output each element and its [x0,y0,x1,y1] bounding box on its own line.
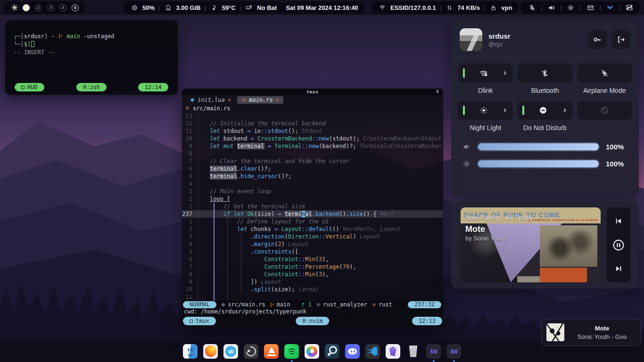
previous-track-button[interactable] [612,215,625,227]
pause-button[interactable] [612,239,625,251]
tmux-clock: 12:13 [412,317,442,325]
user-name: srdusr [488,32,511,40]
next-track-button[interactable] [612,263,625,275]
dock-vscode[interactable] [365,344,380,359]
code-line: 2 let chunks = Layout::default() Vec<Rec… [182,225,443,233]
toggle-label: Bluetooth [517,87,572,95]
toggle-do-not-disturb-button[interactable] [517,101,572,120]
dock-steam[interactable] [325,344,339,359]
prompt-line-2: └─[$] [14,41,169,49]
code-line: 12 // Initialize the terminal backend [182,120,443,127]
dock-trash[interactable] [406,344,421,359]
workspace-indicators[interactable]: 12345 [23,4,79,11]
user-handle: @xyz [488,41,511,48]
lock-keys-button[interactable] [588,30,607,49]
media-player-panel: SHAPE OF PUNK TO COMEA CHIMERICAL BOMBIN… [451,201,639,288]
dock-stream-widget-2[interactable]: $W [446,344,461,359]
dock-vlc[interactable] [264,344,279,359]
notification-title: Mote [568,325,636,332]
code-line: 8 [182,150,443,157]
toggle-cell-night-light: Night Light [458,101,513,138]
mail-tray-icon[interactable] [586,3,594,12]
window-titlebar: tmux x [182,89,443,95]
brightness-slider-row: 100% [451,155,639,172]
tab-main-rs[interactable]: main.rs× [237,96,283,104]
clock-text: Sat 09 Mar 2024 12:16:40 [286,4,358,11]
volume-slider-row: 100% [451,138,639,155]
tab-close-icon[interactable]: × [228,97,231,103]
dock-obs[interactable] [244,344,258,359]
dock-file-manager[interactable] [183,344,198,359]
media-notification[interactable]: Mote Sonic Youth - Goo [541,319,641,346]
toggle-cell-empty [577,101,632,138]
running-indicator [291,360,293,362]
vpn-label: vpn [501,4,512,11]
lua-file-icon [190,98,195,102]
toggle-dlink-button[interactable] [458,64,513,82]
toggle-cell-bluetooth: Bluetooth [517,64,572,101]
chevron-right-icon[interactable] [502,70,508,76]
git-branch-icon [270,302,275,307]
key-icon [593,35,602,44]
dock-obsidian[interactable] [386,344,400,359]
chevron-right-icon[interactable] [562,107,568,113]
launcher-logo-icon[interactable] [10,3,19,12]
git-branch-icon [58,33,66,40]
dock-photos[interactable] [305,344,319,359]
code-line: 13 [182,112,443,120]
tab-init-lua[interactable]: init.lua× [186,96,235,104]
dock-stream-widget-1[interactable]: $W [426,344,441,359]
toggles-panel-icon[interactable] [625,3,634,12]
gear-icon [316,302,321,307]
brightness-slider[interactable] [477,159,600,168]
tmux-window[interactable]: 0:nvim [296,317,329,325]
dock-qbittorrent[interactable]: qb [223,344,238,359]
cursor-position-badge: 237:32 [408,301,441,308]
code-line: 1 // Define layout for the UI [182,218,443,225]
tmux-session-left[interactable]: tmux [183,317,216,325]
statusline-file: src/main.rs [221,301,265,308]
window-close-button[interactable]: x [436,89,439,94]
workspace-3[interactable]: 3 [47,4,54,11]
status-bar: 12345 50% | 3.00 GiB | 59°C | No Bat Sat… [0,0,644,15]
speaker-icon[interactable] [547,3,555,12]
workspace-5[interactable]: 5 [72,4,79,11]
tab-close-icon[interactable]: × [276,97,279,103]
workspace-1[interactable]: 1 [23,4,30,11]
memory-icon [164,3,172,12]
microphone-muted-icon[interactable] [528,3,536,12]
toggle-label: Do Not Disturb [517,124,572,132]
album-art-subtitle: A CHIMERICAL BOMBINATION IN 12 BURSTS [528,219,598,222]
workspace-2[interactable]: 2 [35,4,42,11]
tmux-status-bar: tmux 0:nvim 12:13 [182,315,443,327]
editor-window[interactable]: tmux x init.lua× main.rs× src/main.rs 13… [182,89,443,329]
battery-status: No Bat [257,4,277,11]
network-speed: 74 KB/s [457,4,480,11]
dock-discord[interactable] [345,344,360,359]
settings-gear-icon[interactable] [567,3,575,12]
tmux-window[interactable]: 0:zsh [76,83,107,91]
toggle-night-light-button[interactable] [458,101,513,120]
toggle-cell-do-not-disturb: Do Not Disturb [517,101,572,138]
logout-button[interactable] [611,30,630,49]
track-artist: by Sonic Youth [465,235,506,242]
code-line: 1 // Get the terminal size [182,203,443,210]
essid-text: ESSID/127.0.0.1 [390,4,436,11]
toggle-airplane-mode-button[interactable] [577,64,632,82]
workspaces-module: 12345 [4,1,85,14]
chevron-right-icon[interactable] [502,107,508,113]
dock-firefox[interactable] [203,344,218,359]
cpu-icon [130,3,139,12]
code-editor[interactable]: 1312 // Initialize the terminal backend1… [182,112,443,301]
dock-spotify[interactable] [284,344,299,359]
cwd-line: cwd: /home/srdusr/projects/typerpunk [182,308,443,315]
code-line: 8 Constraint::Min(3), [182,271,443,278]
expand-chevron-icon[interactable] [606,3,614,12]
terminal-window[interactable]: ┌─[srdusr] ~ main -unstaged └─[$] -- INS… [5,20,178,95]
volume-slider[interactable] [477,142,600,151]
toggle-bluetooth-button[interactable] [517,64,572,82]
workspace-4[interactable]: 4 [59,4,66,11]
toggle-empty-button[interactable] [577,101,632,120]
code-line: 11 let stdout = io::stdout(); Stdout [182,127,443,135]
tmux-session-left[interactable]: HUD [15,83,44,91]
